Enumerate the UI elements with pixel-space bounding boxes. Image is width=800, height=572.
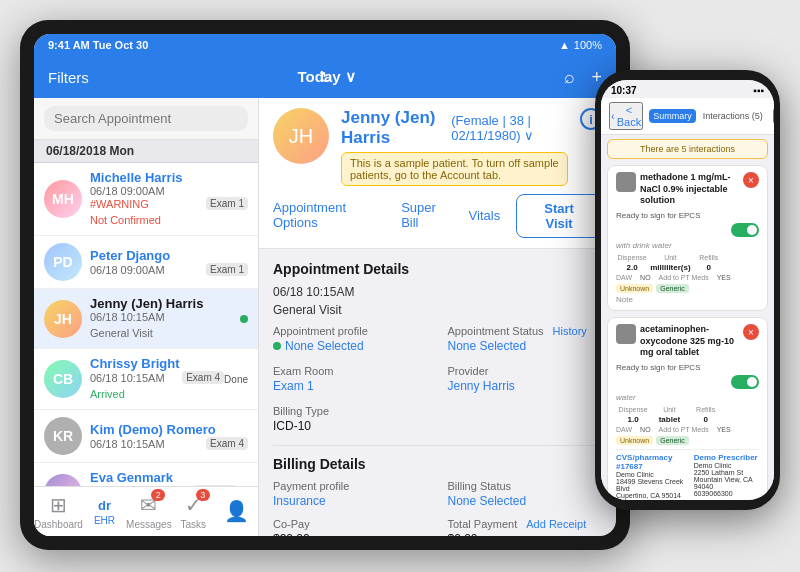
grid-header xyxy=(725,406,759,413)
add-to-pt-label: Add to PT Meds xyxy=(659,274,709,281)
detail-value-billing-status: None Selected xyxy=(448,494,603,508)
tab-profile[interactable]: 👤 xyxy=(215,499,258,525)
messages-badge: 2 xyxy=(151,489,165,501)
iphone-device: 10:37 ▪▪▪ ‹ < Back Summary Interactions … xyxy=(595,70,780,510)
exam-badge: Exam 4 xyxy=(206,437,248,450)
grid-header: Unit xyxy=(650,254,690,261)
patient-large-avatar: JH xyxy=(273,108,329,164)
patient-item[interactable]: MH Michelle Harris 06/18 09:00AM #WARNIN… xyxy=(34,163,258,236)
iphone-tabs: Summary Interactions (5) xyxy=(649,109,767,123)
detail-cell-total: Total Payment Add Receipt $0.00 xyxy=(448,518,603,536)
refresh-button[interactable]: ↻ xyxy=(319,68,332,87)
details-scroll: Appointment Details 06/18 10:15AM Genera… xyxy=(259,249,616,536)
daw-label: DAW xyxy=(616,426,632,433)
med-icon-2 xyxy=(616,324,636,344)
divider xyxy=(273,445,602,446)
detail-row-exam-provider: Exam Room Exam 1 Provider Jenny Harris xyxy=(273,365,602,393)
done-label: Done xyxy=(224,374,248,385)
iphone-back-button[interactable]: ‹ < Back xyxy=(609,102,643,130)
detail-row-profile-status: Appointment profile None Selected Appoin… xyxy=(273,325,602,353)
history-link[interactable]: History xyxy=(553,325,587,337)
tab-appointment-options[interactable]: Appointment Options xyxy=(273,200,385,232)
detail-label-billing-type: Billing Type xyxy=(273,405,602,417)
med-toggle-row-2 xyxy=(616,375,759,389)
med-delete-button-2[interactable]: × xyxy=(743,324,759,340)
grid-header: Refills xyxy=(689,406,723,413)
add-to-pt-value: YES xyxy=(717,426,731,433)
tab-dashboard[interactable]: ⊞ Dashboard xyxy=(34,493,83,530)
patient-item[interactable]: EG Eva Genmark 06/18 11:00AM Exam 4 In S… xyxy=(34,463,258,486)
patient-info: Kim (Demo) Romero 06/18 10:15AM Exam 4 xyxy=(90,422,248,450)
grid-header: Refills xyxy=(693,254,725,261)
patient-header-top: JH Jenny (Jen) Harris (Female | 38 | 02/… xyxy=(273,108,602,186)
tab-vitals[interactable]: Vitals xyxy=(469,208,501,225)
search-bar xyxy=(34,98,258,140)
iphone-time: 10:37 xyxy=(611,85,637,96)
billing-details-title: Billing Details xyxy=(273,456,602,472)
avatar: CB xyxy=(44,360,82,398)
med-grid-1: Dispense Unit Refills 2.0 milliliter(s) … xyxy=(616,254,759,272)
billing-detail-row: Payment profile Insurance Billing Status… xyxy=(273,480,602,508)
detail-cell-profile: Appointment profile None Selected xyxy=(273,325,428,353)
prescriber-address: Demo Clinic2250 Latham StMountain View, … xyxy=(694,462,759,497)
patient-info: Eva Genmark 06/18 11:00AM Exam 4 In Sess… xyxy=(90,470,236,486)
grid-val: 2.0 xyxy=(616,263,648,272)
billing-copay-row: Co-Pay $20.00 Total Payment Add Receipt … xyxy=(273,518,602,536)
start-visit-button[interactable]: Start Visit xyxy=(516,194,602,238)
med-icon-1 xyxy=(616,172,636,192)
patient-item[interactable]: KR Kim (Demo) Romero 06/18 10:15AM Exam … xyxy=(34,410,258,463)
med-header-1: methadone 1 mg/mL-NaCl 0.9% injectable s… xyxy=(616,172,759,207)
drug-tag-unknown: Unknown xyxy=(616,436,653,445)
patient-item-selected[interactable]: JH Jenny (Jen) Harris 06/18 10:15AM Gene… xyxy=(34,289,258,349)
patient-item[interactable]: PD Peter Django 06/18 09:00AM Exam 1 xyxy=(34,236,258,289)
patient-warning: #WARNING xyxy=(90,198,149,210)
profile-icon: 👤 xyxy=(224,499,249,523)
epcs-toggle-1[interactable] xyxy=(731,223,759,237)
tasks-badge: 3 xyxy=(196,489,210,501)
patient-info: Jenny (Jen) Harris 06/18 10:15AM General… xyxy=(90,296,236,341)
detail-cell-copay: Co-Pay $20.00 xyxy=(273,518,428,536)
grid-val: tablet xyxy=(652,415,686,424)
grid-header xyxy=(727,254,759,261)
filters-button[interactable]: Filters xyxy=(48,69,89,86)
detail-label-profile: Appointment profile xyxy=(273,325,428,337)
note-label: Note xyxy=(616,295,759,304)
tab-messages[interactable]: ✉ 2 Messages xyxy=(126,493,172,530)
med-toggle-row-1 xyxy=(616,223,759,237)
patient-full-name: Jenny (Jen) Harris xyxy=(341,108,445,148)
grid-val: 1.0 xyxy=(616,415,650,424)
detail-value-status: None Selected xyxy=(448,339,603,353)
patient-time: 06/18 10:15AM xyxy=(90,372,165,384)
drug-tag-generic: Generic xyxy=(656,436,689,445)
iphone-tab-summary[interactable]: Summary xyxy=(649,109,696,123)
patient-header-name: Jenny (Jen) Harris (Female | 38 | 02/11/… xyxy=(341,108,568,148)
iphone-status-bar: 10:37 ▪▪▪ xyxy=(601,80,774,98)
patient-item[interactable]: CB Chrissy Bright 06/18 10:15AM Exam 4 A… xyxy=(34,349,258,410)
add-receipt-link[interactable]: Add Receipt xyxy=(526,518,586,530)
patient-info: Peter Django 06/18 09:00AM Exam 1 xyxy=(90,248,248,276)
pharmacy-left: CVS/pharmacy #17687 Demo Clinic18499 Ste… xyxy=(616,453,686,500)
medication-card-2: acetaminophen-oxycodone 325 mg-10 mg ora… xyxy=(607,317,768,500)
epcs-toggle-2[interactable] xyxy=(731,375,759,389)
tab-tasks[interactable]: ✓ 3 Tasks xyxy=(172,493,215,530)
search-input[interactable] xyxy=(44,106,248,131)
drug-tags-2: Unknown Generic xyxy=(616,436,759,445)
patient-time: 06/18 09:00AM xyxy=(90,185,248,197)
detail-label-payment-profile: Payment profile xyxy=(273,480,428,492)
tab-super-bill[interactable]: Super Bill xyxy=(401,200,452,232)
patient-name: Peter Django xyxy=(90,248,248,263)
tab-ehr[interactable]: dr EHR xyxy=(83,498,126,526)
iphone-tab-interactions[interactable]: Interactions (5) xyxy=(699,109,767,123)
detail-value-exam: Exam 1 xyxy=(273,379,428,393)
patient-time: 06/18 10:15AM xyxy=(90,438,165,450)
tab-badge-tasks: ✓ 3 xyxy=(185,493,202,517)
patient-name: Jenny (Jen) Harris xyxy=(90,296,236,311)
detail-value-provider: Jenny Harris xyxy=(448,379,603,393)
drug-tags-1: Unknown Generic xyxy=(616,284,759,293)
med-delete-button-1[interactable]: × xyxy=(743,172,759,188)
med-name-2: acetaminophen-oxycodone 325 mg-10 mg ora… xyxy=(640,324,739,359)
search-button[interactable]: ⌕ xyxy=(564,67,575,88)
ipad-screen: 9:41 AM Tue Oct 30 ▲ 100% Filters Today … xyxy=(34,34,616,536)
iphone-send-button[interactable]: Send xyxy=(773,108,774,124)
header-tabs: Appointment Options Super Bill Vitals St… xyxy=(273,194,602,238)
